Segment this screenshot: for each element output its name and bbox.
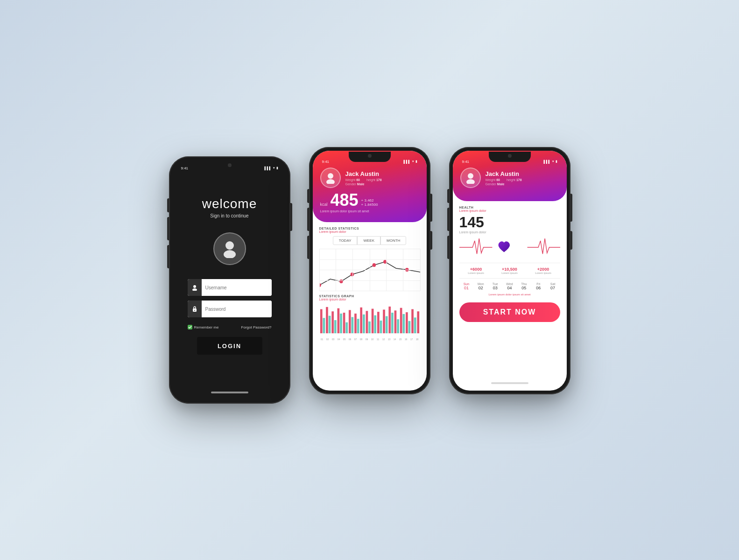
volume-mute-button-2 [307, 189, 309, 203]
volume-down-button [167, 245, 169, 268]
bpm-value: 145 [459, 214, 560, 231]
cal-note: Lorem ipsum dolor ipsum sit amet [459, 293, 560, 296]
line-chart [319, 249, 420, 291]
volume-down-button-2 [307, 236, 309, 259]
power-button [290, 203, 292, 231]
bar-label-03: 03 [331, 338, 336, 341]
cal-fri-name: Fri [531, 282, 546, 286]
status-icons-3: ▌▌▌ ▾ ▮ [544, 160, 557, 163]
profile-avatar-2 [320, 168, 341, 188]
height-stat-3: height 178 [507, 178, 522, 182]
svg-rect-42 [400, 308, 402, 333]
bar-label-11: 11 [375, 338, 381, 341]
svg-rect-47 [414, 317, 416, 333]
bar-label-10: 10 [370, 338, 375, 341]
height-value: 178 [376, 178, 382, 182]
tab-week[interactable]: WEEK [357, 236, 380, 245]
cal-wednesday: Wed 04 [502, 282, 517, 290]
health-stats-row: +6000 Lorem ipsum +10,500 Lorem ipsum +2… [459, 263, 560, 279]
stat1-value: +6000 [459, 267, 493, 272]
svg-point-0 [225, 241, 234, 250]
lock-icon [188, 301, 202, 317]
profile-info-3: Jack Austin Weight 60 height 178 Gender … [486, 170, 522, 186]
power-button-2b [430, 231, 432, 250]
svg-rect-14 [320, 309, 322, 334]
stat1-label: Lorem ipsum [459, 272, 493, 274]
tab-today[interactable]: TODAY [333, 236, 358, 245]
svg-rect-24 [348, 310, 351, 333]
volume-mute-button-3 [447, 189, 449, 203]
change2: + 1.84500 [361, 203, 378, 207]
cal-thursday: Thu 05 [517, 282, 531, 290]
svg-point-7 [326, 179, 335, 184]
password-input-group [188, 301, 272, 317]
cal-sat-name: Sat [546, 282, 560, 286]
kcal-value: 485 [331, 192, 359, 209]
stat-item-1: +6000 Lorem ipsum [459, 267, 493, 274]
volume-up-button [167, 217, 169, 240]
profile-row-3: Jack Austin Weight 60 height 178 Gender … [460, 168, 559, 188]
volume-up-button-2 [307, 208, 309, 231]
bar-label-04: 04 [336, 338, 342, 341]
svg-rect-15 [323, 318, 325, 333]
cal-wed-num: 04 [502, 286, 517, 290]
svg-point-3 [192, 288, 197, 291]
wifi-icon: ▾ [273, 166, 275, 170]
remember-checkbox[interactable] [188, 325, 192, 329]
svg-point-2 [193, 285, 196, 288]
gender-value-3: Male [497, 182, 505, 186]
wifi-icon-3: ▾ [552, 160, 554, 163]
stat3-value: +2000 [527, 267, 560, 272]
battery-icon: ▮ [276, 166, 278, 170]
kcal-row: kcal 485 + 3.462 + 1.84500 [320, 192, 419, 209]
login-button[interactable]: LOGIN [197, 337, 262, 355]
bar-label-07: 07 [353, 338, 359, 341]
health-subtitle: Lorem ipsum dolor [459, 209, 560, 212]
cal-tue-name: Tue [488, 282, 502, 286]
profile-stats-2: Weight 60 height 178 [345, 178, 382, 182]
svg-rect-45 [408, 321, 410, 333]
cal-tuesday: Tue 03 [488, 282, 502, 290]
home-indicator-3 [491, 382, 528, 384]
bar-chart-labels: 01 02 03 04 05 06 07 08 09 10 11 12 13 1… [319, 338, 420, 341]
kcal-description: Lorem ipsum dolor ipsum sit amet [320, 210, 419, 213]
cal-sun-num: 01 [459, 286, 474, 290]
stat2-label: Lorem ipsum [493, 272, 527, 274]
power-button-3b [570, 231, 572, 250]
time-3: 9:41 [462, 160, 470, 164]
username-input[interactable] [202, 279, 272, 296]
svg-point-10 [350, 273, 354, 276]
status-bar-3: 9:41 ▌▌▌ ▾ ▮ [460, 154, 559, 168]
bar-label-17: 17 [409, 338, 415, 341]
height-label: height [366, 178, 375, 182]
bar-label-02: 02 [325, 338, 331, 341]
heartbeat-chart [459, 236, 560, 259]
detailed-stats-sub: Lorem ipsum dolor [319, 230, 420, 233]
password-input[interactable] [202, 301, 272, 317]
bar-label-16: 16 [403, 338, 409, 341]
change1: + 3.462 [361, 198, 378, 203]
tab-month[interactable]: MONTH [380, 236, 406, 245]
svg-rect-25 [351, 317, 353, 333]
svg-rect-22 [343, 313, 345, 333]
weight-value: 60 [356, 178, 360, 182]
forgot-password-link[interactable]: Forgot Password? [241, 325, 272, 329]
svg-rect-16 [326, 307, 328, 333]
profile-info-2: Jack Austin Weight 60 height 178 Gender … [345, 170, 382, 186]
svg-rect-43 [402, 314, 405, 333]
svg-rect-44 [406, 312, 408, 333]
cal-wed-name: Wed [502, 282, 517, 286]
svg-point-49 [468, 173, 473, 179]
bpm-label: Lorem ipsum dolor [459, 231, 560, 234]
gender-value: Male [357, 182, 365, 186]
start-now-button[interactable]: START NOW [459, 302, 560, 322]
phone3-header: 9:41 ▌▌▌ ▾ ▮ Jack Aust [453, 151, 567, 201]
power-button-2 [430, 194, 432, 222]
weight-label: Weight [345, 178, 356, 182]
stat-item-3: +2000 Lorem ipsum [527, 267, 560, 274]
status-icons-1: ▌▌▌ ▾ ▮ [265, 166, 278, 170]
height-value-3: 178 [516, 178, 522, 182]
bar-chart-svg [319, 304, 420, 336]
wifi-icon-2: ▾ [412, 160, 414, 163]
svg-rect-31 [368, 322, 371, 333]
